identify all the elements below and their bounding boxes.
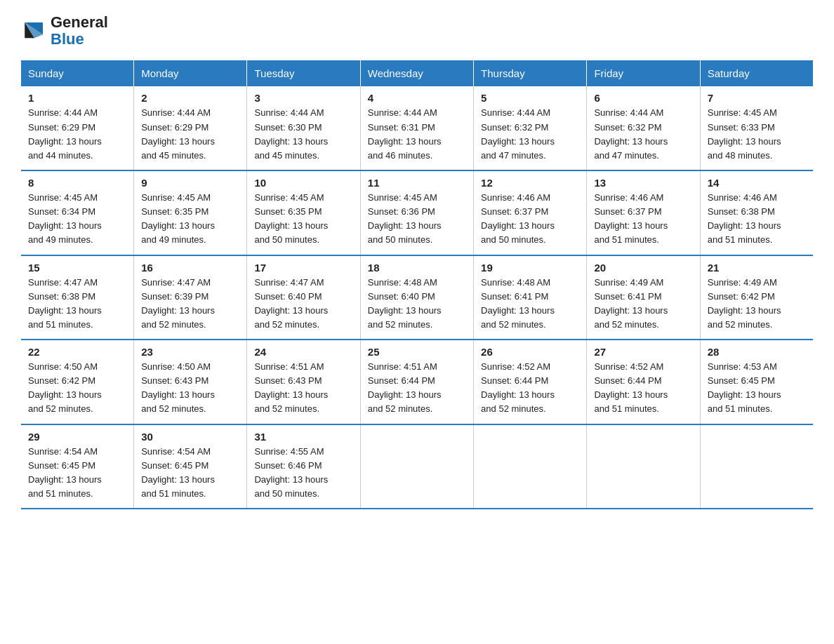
calendar-week-row: 1Sunrise: 4:44 AMSunset: 6:29 PMDaylight…	[21, 86, 813, 170]
calendar-cell	[587, 424, 700, 509]
day-number: 8	[28, 177, 126, 189]
day-number: 30	[141, 431, 239, 443]
calendar-cell: 14Sunrise: 4:46 AMSunset: 6:38 PMDayligh…	[700, 170, 813, 255]
day-number: 27	[594, 346, 692, 358]
logo: General Blue	[21, 14, 108, 48]
calendar-cell: 20Sunrise: 4:49 AMSunset: 6:41 PMDayligh…	[587, 255, 700, 340]
weekday-header-wednesday: Wednesday	[360, 60, 473, 86]
day-info: Sunrise: 4:45 AMSunset: 6:34 PMDaylight:…	[28, 192, 102, 245]
day-number: 6	[594, 92, 692, 104]
weekday-header-sunday: Sunday	[21, 60, 134, 86]
logo-text: General Blue	[51, 14, 108, 48]
calendar-cell: 7Sunrise: 4:45 AMSunset: 6:33 PMDaylight…	[700, 86, 813, 170]
day-info: Sunrise: 4:44 AMSunset: 6:29 PMDaylight:…	[141, 107, 215, 160]
day-info: Sunrise: 4:54 AMSunset: 6:45 PMDaylight:…	[28, 446, 102, 499]
calendar-week-row: 29Sunrise: 4:54 AMSunset: 6:45 PMDayligh…	[21, 424, 813, 509]
day-number: 15	[28, 262, 126, 274]
weekday-header-saturday: Saturday	[700, 60, 813, 86]
day-info: Sunrise: 4:49 AMSunset: 6:42 PMDaylight:…	[708, 277, 781, 330]
calendar-cell	[474, 424, 587, 509]
day-info: Sunrise: 4:47 AMSunset: 6:38 PMDaylight:…	[28, 277, 102, 330]
day-info: Sunrise: 4:51 AMSunset: 6:43 PMDaylight:…	[254, 361, 328, 414]
day-number: 16	[141, 262, 239, 274]
calendar-cell: 25Sunrise: 4:51 AMSunset: 6:44 PMDayligh…	[360, 340, 473, 424]
calendar-cell: 15Sunrise: 4:47 AMSunset: 6:38 PMDayligh…	[21, 255, 134, 340]
day-info: Sunrise: 4:46 AMSunset: 6:37 PMDaylight:…	[594, 192, 668, 245]
calendar-week-row: 22Sunrise: 4:50 AMSunset: 6:42 PMDayligh…	[21, 340, 813, 424]
day-info: Sunrise: 4:54 AMSunset: 6:45 PMDaylight:…	[141, 446, 215, 499]
weekday-header-tuesday: Tuesday	[247, 60, 360, 86]
day-number: 14	[708, 177, 806, 189]
calendar-cell: 23Sunrise: 4:50 AMSunset: 6:43 PMDayligh…	[134, 340, 247, 424]
calendar-cell: 11Sunrise: 4:45 AMSunset: 6:36 PMDayligh…	[360, 170, 473, 255]
calendar-cell: 3Sunrise: 4:44 AMSunset: 6:30 PMDaylight…	[247, 86, 360, 170]
calendar-table: SundayMondayTuesdayWednesdayThursdayFrid…	[21, 60, 813, 509]
day-number: 25	[368, 346, 466, 358]
day-number: 22	[28, 346, 126, 358]
day-number: 2	[141, 92, 239, 104]
day-info: Sunrise: 4:44 AMSunset: 6:32 PMDaylight:…	[594, 107, 668, 160]
day-number: 4	[368, 92, 466, 104]
day-info: Sunrise: 4:55 AMSunset: 6:46 PMDaylight:…	[254, 446, 328, 499]
calendar-cell	[700, 424, 813, 509]
day-number: 9	[141, 177, 239, 189]
calendar-header-row: SundayMondayTuesdayWednesdayThursdayFrid…	[21, 60, 813, 86]
calendar-cell: 27Sunrise: 4:52 AMSunset: 6:44 PMDayligh…	[587, 340, 700, 424]
day-number: 19	[481, 262, 579, 274]
day-info: Sunrise: 4:45 AMSunset: 6:35 PMDaylight:…	[254, 192, 328, 245]
calendar-cell: 4Sunrise: 4:44 AMSunset: 6:31 PMDaylight…	[360, 86, 473, 170]
day-info: Sunrise: 4:45 AMSunset: 6:36 PMDaylight:…	[368, 192, 442, 245]
day-info: Sunrise: 4:52 AMSunset: 6:44 PMDaylight:…	[481, 361, 555, 414]
day-number: 18	[368, 262, 466, 274]
calendar-cell: 12Sunrise: 4:46 AMSunset: 6:37 PMDayligh…	[474, 170, 587, 255]
day-number: 13	[594, 177, 692, 189]
day-number: 3	[254, 92, 352, 104]
weekday-header-monday: Monday	[134, 60, 247, 86]
calendar-cell: 5Sunrise: 4:44 AMSunset: 6:32 PMDaylight…	[474, 86, 587, 170]
day-number: 11	[368, 177, 466, 189]
day-number: 5	[481, 92, 579, 104]
calendar-cell: 8Sunrise: 4:45 AMSunset: 6:34 PMDaylight…	[21, 170, 134, 255]
weekday-header-thursday: Thursday	[474, 60, 587, 86]
calendar-cell: 9Sunrise: 4:45 AMSunset: 6:35 PMDaylight…	[134, 170, 247, 255]
day-number: 24	[254, 346, 352, 358]
calendar-cell: 2Sunrise: 4:44 AMSunset: 6:29 PMDaylight…	[134, 86, 247, 170]
calendar-cell: 24Sunrise: 4:51 AMSunset: 6:43 PMDayligh…	[247, 340, 360, 424]
day-info: Sunrise: 4:44 AMSunset: 6:29 PMDaylight:…	[28, 107, 102, 160]
day-info: Sunrise: 4:51 AMSunset: 6:44 PMDaylight:…	[368, 361, 442, 414]
calendar-cell: 6Sunrise: 4:44 AMSunset: 6:32 PMDaylight…	[587, 86, 700, 170]
day-info: Sunrise: 4:45 AMSunset: 6:33 PMDaylight:…	[708, 107, 781, 160]
calendar-cell: 16Sunrise: 4:47 AMSunset: 6:39 PMDayligh…	[134, 255, 247, 340]
day-info: Sunrise: 4:50 AMSunset: 6:42 PMDaylight:…	[28, 361, 102, 414]
calendar-cell: 29Sunrise: 4:54 AMSunset: 6:45 PMDayligh…	[21, 424, 134, 509]
day-number: 7	[708, 92, 806, 104]
day-number: 31	[254, 431, 352, 443]
day-info: Sunrise: 4:44 AMSunset: 6:32 PMDaylight:…	[481, 107, 555, 160]
day-info: Sunrise: 4:46 AMSunset: 6:38 PMDaylight:…	[708, 192, 781, 245]
day-number: 23	[141, 346, 239, 358]
calendar-cell: 21Sunrise: 4:49 AMSunset: 6:42 PMDayligh…	[700, 255, 813, 340]
day-info: Sunrise: 4:50 AMSunset: 6:43 PMDaylight:…	[141, 361, 215, 414]
day-info: Sunrise: 4:46 AMSunset: 6:37 PMDaylight:…	[481, 192, 555, 245]
day-info: Sunrise: 4:49 AMSunset: 6:41 PMDaylight:…	[594, 277, 668, 330]
day-number: 21	[708, 262, 806, 274]
day-info: Sunrise: 4:48 AMSunset: 6:40 PMDaylight:…	[368, 277, 442, 330]
day-info: Sunrise: 4:44 AMSunset: 6:30 PMDaylight:…	[254, 107, 328, 160]
day-number: 1	[28, 92, 126, 104]
day-info: Sunrise: 4:47 AMSunset: 6:39 PMDaylight:…	[141, 277, 215, 330]
calendar-cell: 18Sunrise: 4:48 AMSunset: 6:40 PMDayligh…	[360, 255, 473, 340]
calendar-cell: 28Sunrise: 4:53 AMSunset: 6:45 PMDayligh…	[700, 340, 813, 424]
calendar-cell: 26Sunrise: 4:52 AMSunset: 6:44 PMDayligh…	[474, 340, 587, 424]
day-number: 17	[254, 262, 352, 274]
calendar-week-row: 8Sunrise: 4:45 AMSunset: 6:34 PMDaylight…	[21, 170, 813, 255]
day-info: Sunrise: 4:44 AMSunset: 6:31 PMDaylight:…	[368, 107, 442, 160]
page-header: General Blue	[21, 14, 813, 48]
day-number: 29	[28, 431, 126, 443]
weekday-header-friday: Friday	[587, 60, 700, 86]
day-number: 28	[708, 346, 806, 358]
calendar-cell: 31Sunrise: 4:55 AMSunset: 6:46 PMDayligh…	[247, 424, 360, 509]
day-number: 26	[481, 346, 579, 358]
day-info: Sunrise: 4:47 AMSunset: 6:40 PMDaylight:…	[254, 277, 328, 330]
day-number: 10	[254, 177, 352, 189]
day-info: Sunrise: 4:45 AMSunset: 6:35 PMDaylight:…	[141, 192, 215, 245]
